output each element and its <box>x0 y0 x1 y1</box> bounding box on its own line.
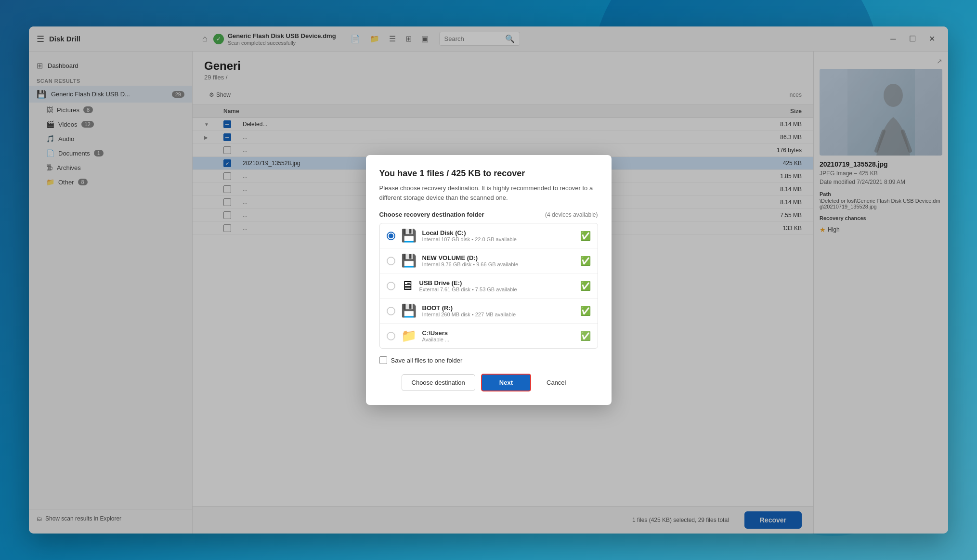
drive-item-r[interactable]: 💾 BOOT (R:) Internal 260 MB disk • 227 M… <box>380 299 598 324</box>
drive-item-d[interactable]: 💾 NEW VOLUME (D:) Internal 9.76 GB disk … <box>380 248 598 273</box>
drive-item-cusers[interactable]: 📁 C:\Users Available ... ✅ <box>380 324 598 348</box>
drive-radio-e[interactable] <box>387 282 395 290</box>
modal-title: You have 1 files / 425 KB to recover <box>379 169 598 179</box>
drive-name-cusers: C:\Users <box>422 329 574 337</box>
drive-ok-d: ✅ <box>580 256 591 266</box>
drive-desc-r: Internal 260 MB disk • 227 MB available <box>422 312 574 317</box>
drive-name-r: BOOT (R:) <box>422 304 574 312</box>
drive-info-e: USB Drive (E:) External 7.61 GB disk • 7… <box>419 279 574 292</box>
drive-scroll-area[interactable]: 💾 Local Disk (C:) Internal 107 GB disk •… <box>380 223 598 348</box>
next-button[interactable]: Next <box>481 374 531 391</box>
drive-list: 💾 Local Disk (C:) Internal 107 GB disk •… <box>379 223 598 349</box>
choose-destination-button[interactable]: Choose destination <box>402 374 475 391</box>
save-label[interactable]: Save all files to one folder <box>391 357 463 364</box>
drive-icon-cusers: 📁 <box>401 328 417 343</box>
drive-name-d: NEW VOLUME (D:) <box>422 254 574 261</box>
drive-name-e: USB Drive (E:) <box>419 279 574 287</box>
drive-info-c: Local Disk (C:) Internal 107 GB disk • 2… <box>422 229 574 242</box>
modal-overlay: You have 1 files / 425 KB to recover Ple… <box>0 0 977 560</box>
drive-radio-d[interactable] <box>387 257 395 265</box>
devices-count: (4 devices available) <box>545 211 598 218</box>
modal-buttons: Choose destination Next Cancel <box>379 374 598 391</box>
drive-item-e[interactable]: 🖥 USB Drive (E:) External 7.61 GB disk •… <box>380 273 598 299</box>
recovery-modal: You have 1 files / 425 KB to recover Ple… <box>366 155 612 405</box>
drive-info-r: BOOT (R:) Internal 260 MB disk • 227 MB … <box>422 304 574 317</box>
drive-item-c[interactable]: 💾 Local Disk (C:) Internal 107 GB disk •… <box>380 223 598 248</box>
drive-icon-e: 🖥 <box>401 278 414 293</box>
drive-radio-c[interactable] <box>387 232 395 240</box>
drive-radio-r[interactable] <box>387 307 395 315</box>
drive-desc-d: Internal 9.76 GB disk • 9.66 GB availabl… <box>422 261 574 267</box>
cancel-button[interactable]: Cancel <box>537 375 575 391</box>
save-checkbox[interactable] <box>379 356 387 364</box>
drive-name-c: Local Disk (C:) <box>422 229 574 236</box>
drive-ok-e: ✅ <box>580 281 591 291</box>
drive-ok-c: ✅ <box>580 231 591 241</box>
save-option: Save all files to one folder <box>379 356 598 364</box>
drive-radio-cusers[interactable] <box>387 332 395 340</box>
drive-icon-d: 💾 <box>401 253 417 268</box>
drive-icon-r: 💾 <box>401 303 417 318</box>
modal-section-title: Choose recovery destination folder (4 de… <box>379 211 598 218</box>
drive-desc-c: Internal 107 GB disk • 22.0 GB available <box>422 236 574 242</box>
drive-icon-c: 💾 <box>401 228 417 243</box>
drive-ok-r: ✅ <box>580 306 591 316</box>
drive-info-cusers: C:\Users Available ... <box>422 329 574 342</box>
drive-desc-e: External 7.61 GB disk • 7.53 GB availabl… <box>419 287 574 292</box>
drive-ok-cusers: ✅ <box>580 331 591 341</box>
modal-description: Please choose recovery destination. It i… <box>379 183 598 202</box>
drive-info-d: NEW VOLUME (D:) Internal 9.76 GB disk • … <box>422 254 574 267</box>
drive-desc-cusers: Available ... <box>422 337 574 342</box>
